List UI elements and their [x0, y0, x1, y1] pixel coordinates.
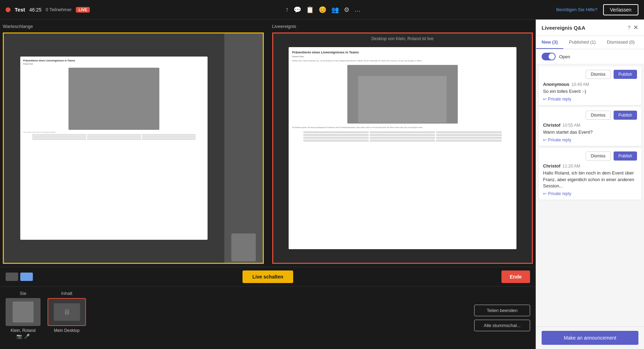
- qa-close-icon[interactable]: ✕: [633, 24, 638, 31]
- open-toggle[interactable]: [542, 53, 556, 60]
- raise-hand-icon[interactable]: ↑: [285, 6, 289, 13]
- dismiss-button-2[interactable]: Dismiss: [586, 111, 611, 120]
- dismiss-button-1[interactable]: Dismiss: [586, 70, 611, 79]
- main-content: Warteschlange Desktop von Klein, Roland …: [0, 20, 644, 349]
- presenter-inner: Sie Klein, Roland 📷 🎤 Inhalt: [0, 287, 536, 349]
- qa-author-row-1: Anonymous 10:49 AM: [543, 82, 637, 87]
- live-preview-body: Wählen Sie in Teams beitreten aus, um al…: [292, 60, 513, 62]
- app-title: Test: [15, 7, 25, 13]
- presenter-person-image: [13, 302, 34, 322]
- queue-preview-body: Lorem ipsum content text here showing pr…: [23, 131, 205, 133]
- presenter-col-inhalt: Inhalt 🖥 Mein Desktop: [48, 291, 86, 333]
- qa-help-icon[interactable]: ?: [628, 25, 630, 30]
- reply-arrow-icon-2: ↩: [543, 138, 547, 142]
- mic-icon: 🎤: [24, 334, 30, 339]
- live-badge: LIVE: [76, 7, 90, 13]
- help-link[interactable]: Benötigen Sie Hilfe?: [556, 7, 598, 12]
- qa-question-3-actions: Dismiss Publish: [543, 151, 637, 161]
- screen-name: Mein Desktop: [54, 328, 79, 333]
- qa-title: Liveereignis Q&A: [542, 25, 625, 31]
- dismiss-button-3[interactable]: Dismiss: [586, 151, 611, 161]
- queue-preview-screen: [68, 68, 159, 130]
- stop-sharing-button[interactable]: Teilen beenden: [474, 305, 530, 316]
- qa-author-row-2: Christof 10:55 AM: [543, 122, 637, 128]
- queue-preview-subtitle: Roland Klein: [23, 63, 205, 65]
- presenter-thumb-sie: [6, 298, 41, 326]
- live-preview-subtitle: Roland Klein: [292, 55, 513, 58]
- qa-open-row: Open: [536, 49, 644, 64]
- reply-arrow-icon-1: ↩: [543, 97, 547, 102]
- qa-reply-2[interactable]: ↩ Private reply: [543, 138, 637, 142]
- presenter-col-sie: Sie Klein, Roland 📷 🎤: [6, 291, 41, 339]
- section-divider: [267, 20, 269, 267]
- camera-icon: 📷: [16, 334, 22, 339]
- qa-time-1: 10:49 AM: [571, 82, 589, 87]
- publish-button-1[interactable]: Publish: [614, 70, 637, 79]
- open-label: Open: [559, 54, 570, 59]
- qa-time-3: 11:20 AM: [563, 164, 580, 169]
- chat-icon[interactable]: 💬: [294, 6, 301, 14]
- toggle-knob: [549, 53, 555, 60]
- queue-label: Warteschlange: [3, 22, 264, 30]
- go-live-button[interactable]: Live schalten: [243, 270, 293, 283]
- topbar: Test 46:25 0 Teilnehmer LIVE ↑ 💬 📋 😊 👥 ⚙…: [0, 0, 644, 20]
- left-section: Warteschlange Desktop von Klein, Roland …: [0, 20, 536, 349]
- tab-published[interactable]: Published (1): [563, 36, 601, 49]
- qa-author-2: Christof: [543, 122, 560, 128]
- view-toggle-1[interactable]: [6, 273, 18, 281]
- topbar-icons: ↑ 💬 📋 😊 👥 ⚙ …: [285, 6, 361, 14]
- qa-reply-3[interactable]: ↩ Private reply: [543, 191, 637, 196]
- qa-author-1: Anonymous: [543, 82, 569, 87]
- queue-preview-content: Präsentieren eines Liveereignisses in Te…: [20, 57, 208, 240]
- view-toggle: [6, 273, 33, 281]
- reactions-icon[interactable]: 😊: [319, 6, 326, 14]
- tab-dismissed[interactable]: Dismissed (0): [601, 36, 640, 49]
- qa-text-2: Wann startet das Event?: [543, 129, 637, 135]
- presenter-icons: 📷 🎤: [16, 334, 30, 339]
- qa-list: Dismiss Publish Anonymous 10:49 AM So ei…: [536, 64, 644, 326]
- queue-video-container: Desktop von Klein, Roland und Klein, Rol…: [3, 32, 264, 264]
- live-label: Liveereignis: [272, 22, 533, 30]
- queue-inner: Präsentieren eines Liveereignisses in Te…: [4, 34, 263, 263]
- topbar-left: Test 46:25 0 Teilnehmer LIVE: [6, 7, 90, 13]
- live-preview-content: Präsentieren eines Liveereignisses in Te…: [289, 47, 516, 249]
- leave-button[interactable]: Verlassen: [603, 4, 638, 15]
- tab-new[interactable]: New (3): [536, 36, 563, 49]
- announce-button[interactable]: Make an announcement: [542, 331, 638, 345]
- bottom-controls: Live schalten Ende: [0, 267, 536, 286]
- qa-reply-1[interactable]: ↩ Private reply: [543, 97, 637, 102]
- qa-text-1: So ein tolles Event :-): [543, 88, 637, 95]
- live-video-container: Desktop von Klein, Roland ist live Präse…: [272, 32, 533, 264]
- live-section: Liveereignis Desktop von Klein, Roland i…: [269, 20, 536, 267]
- presenter-thumb-screen: 🖥: [54, 303, 80, 321]
- participants-icon[interactable]: 👥: [331, 6, 339, 14]
- mute-all-button[interactable]: Alle stummschal...: [474, 320, 530, 331]
- qa-text-3: Hallo Roland, ich bin noch in dem Event …: [543, 170, 637, 189]
- qa-question-3: Dismiss Publish Christof 11:20 AM Hallo …: [539, 148, 641, 200]
- reply-label-1: Private reply: [548, 97, 571, 102]
- live-preview-table: [303, 131, 502, 142]
- more-icon[interactable]: …: [354, 6, 361, 13]
- live-main-preview: Präsentieren eines Liveereignisses in Te…: [273, 34, 532, 263]
- qa-author-3: Christof: [543, 163, 560, 169]
- view-toggle-2[interactable]: [20, 273, 33, 281]
- publish-button-2[interactable]: Publish: [614, 111, 637, 120]
- qa-tabs: New (3) Published (1) Dismissed (0): [536, 36, 644, 49]
- qa-question-1-actions: Dismiss Publish: [543, 70, 637, 79]
- video-area: Warteschlange Desktop von Klein, Roland …: [0, 20, 536, 267]
- presenter-section: Sie Klein, Roland 📷 🎤 Inhalt: [0, 286, 536, 349]
- timer: 46:25: [29, 7, 42, 13]
- qa-question-2: Dismiss Publish Christof 10:55 AM Wann s…: [539, 107, 641, 146]
- recording-dot: [6, 7, 10, 12]
- presenter-name: Klein, Roland: [10, 328, 35, 333]
- qa-author-row-3: Christof 11:20 AM: [543, 163, 637, 169]
- end-button[interactable]: Ende: [501, 270, 530, 283]
- qa-time-2: 10:55 AM: [563, 123, 580, 128]
- settings-icon[interactable]: ⚙: [344, 6, 349, 14]
- notes-icon[interactable]: 📋: [306, 6, 314, 14]
- live-preview-screen: [347, 65, 458, 123]
- qa-header: Liveereignis Q&A ? ✕: [536, 20, 644, 36]
- publish-button-3[interactable]: Publish: [614, 151, 637, 161]
- qa-question-1: Dismiss Publish Anonymous 10:49 AM So ei…: [539, 66, 641, 105]
- live-preview-body2: Als Referent geben Sie diese grundlegend…: [292, 126, 513, 129]
